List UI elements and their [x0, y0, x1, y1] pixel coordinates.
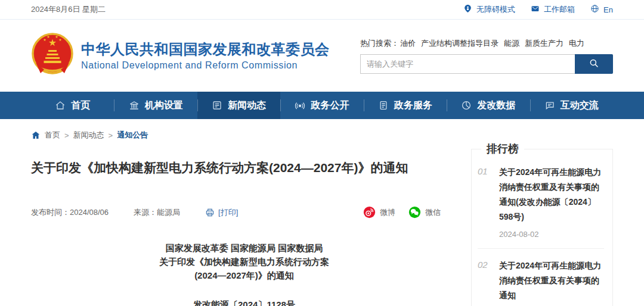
ranking-panel: 排行榜 01 关于2024年可再生能源电力消纳责任权重及有关事项的通知(发改办能… — [471, 149, 613, 306]
rank-number: 01 — [478, 165, 493, 239]
breadcrumb: 首页 > 新闻动态 > 通知公告 — [31, 130, 457, 140]
language-switch-link[interactable]: En — [590, 4, 613, 15]
document-number: 发改能源〔2024〕1128号 — [31, 298, 457, 306]
site-title-en: National Development and Reform Commissi… — [81, 60, 330, 71]
rank-item-date: 2024-08-02 — [499, 230, 604, 239]
ranking-title: 排行榜 — [481, 142, 524, 156]
nav-item-data[interactable]: 发改数据 — [447, 92, 530, 119]
site-title-cn: 中华人民共和国国家发展和改革委员会 — [81, 40, 330, 58]
hot-keyword[interactable]: 油价 — [400, 39, 416, 48]
article-body-line: 国家发展改革委 国家能源局 国家数据局 — [31, 241, 457, 255]
document-icon — [378, 100, 389, 111]
work-mailbox-label: 工作邮箱 — [544, 4, 575, 15]
article-body-line: (2024—2027年)》的通知 — [31, 268, 457, 282]
search-area: 热门搜索：油价产业结构调整指导目录能源新质生产力电力 — [360, 38, 613, 74]
work-mailbox-link[interactable]: 工作邮箱 — [531, 4, 575, 15]
nav-item-gov-services[interactable]: 政务服务 — [364, 92, 447, 119]
home-icon — [55, 100, 66, 111]
national-emblem-logo — [31, 32, 74, 80]
share-bar: 微博 微信 — [363, 206, 441, 218]
pie-chart-icon — [461, 100, 472, 111]
breadcrumb-item-news[interactable]: 新闻动态 — [73, 130, 104, 140]
nav-item-home[interactable]: 首页 — [31, 92, 114, 119]
article-source: 来源：能源局 — [134, 207, 180, 218]
language-switch-label: En — [603, 5, 613, 14]
search-button[interactable] — [575, 54, 613, 74]
accessibility-mode-link[interactable]: 无障碍模式 — [463, 4, 515, 15]
breadcrumb-separator: > — [64, 131, 69, 140]
search-icon — [589, 58, 599, 70]
broadcast-icon — [295, 100, 305, 111]
share-wechat-label: 微信 — [425, 207, 441, 218]
article-column: 首页 > 新闻动态 > 通知公告 关于印发《加快构建新型电力系统行动方案(202… — [31, 119, 457, 306]
hot-keyword[interactable]: 产业结构调整指导目录 — [421, 39, 499, 48]
search-input[interactable] — [360, 54, 575, 74]
print-button[interactable]: [打印] — [205, 207, 238, 218]
list-item: 02 关于2024年可再生能源电力消纳责任权重及有关事项的通知 2024-08-… — [478, 258, 604, 306]
hot-search-label: 热门搜索： — [360, 39, 399, 48]
breadcrumb-item-home[interactable]: 首页 — [45, 130, 60, 140]
article-meta: 发布时间：2024/08/06 来源：能源局 [打印] — [31, 206, 457, 218]
nav-item-gov-info[interactable]: 政务公开 — [280, 92, 363, 119]
rank-item-link[interactable]: 关于2024年可再生能源电力消纳责任权重及有关事项的通知(发改办能源〔2024〕… — [499, 165, 604, 224]
article-body-line: 关于印发《加快构建新型电力系统行动方案 — [31, 255, 457, 268]
hot-keyword[interactable]: 电力 — [569, 39, 584, 48]
site-title: 中华人民共和国国家发展和改革委员会 National Development a… — [81, 40, 330, 71]
nav-item-news[interactable]: 新闻动态 — [197, 92, 280, 119]
mailbox-icon — [531, 4, 540, 15]
hot-search-line: 热门搜索：油价产业结构调整指导目录能源新质生产力电力 — [360, 38, 613, 49]
printer-icon — [205, 208, 215, 217]
hot-keyword[interactable]: 新质生产力 — [525, 39, 564, 48]
article-body: 国家发展改革委 国家能源局 国家数据局 关于印发《加快构建新型电力系统行动方案 … — [31, 241, 457, 306]
breadcrumb-separator: > — [109, 131, 113, 140]
content-area: 首页 > 新闻动态 > 通知公告 关于印发《加快构建新型电力系统行动方案(202… — [0, 119, 644, 306]
rank-number: 02 — [478, 258, 493, 306]
list-item: 01 关于2024年可再生能源电力消纳责任权重及有关事项的通知(发改办能源〔20… — [478, 165, 604, 249]
ranking-sidebar: 排行榜 01 关于2024年可再生能源电力消纳责任权重及有关事项的通知(发改办能… — [471, 119, 613, 306]
share-wechat-button[interactable]: 微信 — [408, 206, 441, 218]
wechat-icon — [408, 206, 421, 218]
hot-keyword[interactable]: 能源 — [504, 39, 519, 48]
weibo-icon — [363, 206, 376, 218]
top-utility-bar: 2024年8月6日 星期二 无障碍模式 工作邮箱 En — [0, 0, 644, 20]
chat-icon — [544, 100, 555, 111]
nav-item-interaction[interactable]: 互动交流 — [530, 92, 613, 119]
site-header: 中华人民共和国国家发展和改革委员会 National Development a… — [0, 20, 644, 92]
current-date: 2024年8月6日 星期二 — [31, 4, 106, 15]
print-label: [打印] — [218, 207, 238, 218]
article-title: 关于印发《加快构建新型电力系统行动方案(2024—2027年)》的通知 — [31, 160, 457, 176]
topbar-links: 无障碍模式 工作邮箱 En — [463, 4, 613, 15]
bank-icon — [129, 100, 140, 111]
main-nav: 首页 机构设置 新闻动态 政务公开 政务服务 发改数据 互动交流 — [0, 92, 644, 119]
share-weibo-button[interactable]: 微博 — [363, 206, 395, 218]
publish-time: 发布时间：2024/08/06 — [31, 207, 109, 218]
share-weibo-label: 微博 — [380, 207, 395, 218]
breadcrumb-item-current: 通知公告 — [117, 130, 148, 140]
globe-icon — [590, 4, 599, 15]
breadcrumb-home-icon[interactable] — [31, 130, 41, 140]
nav-item-organization[interactable]: 机构设置 — [114, 92, 197, 119]
news-icon — [212, 100, 222, 111]
accessibility-mode-label: 无障碍模式 — [476, 4, 515, 15]
rank-item-link[interactable]: 关于2024年可再生能源电力消纳责任权重及有关事项的通知 — [499, 258, 604, 303]
site-logo-link[interactable]: 中华人民共和国国家发展和改革委员会 National Development a… — [31, 32, 330, 80]
accessibility-pin-icon — [463, 4, 472, 15]
